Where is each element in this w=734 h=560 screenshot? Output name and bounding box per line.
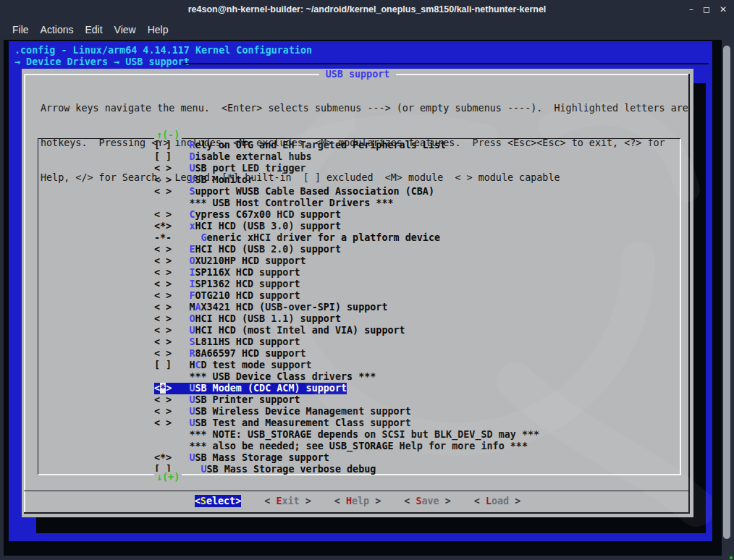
menu-item[interactable]: < > MAX3421 HCD (USB-over-SPI) support xyxy=(154,302,680,313)
dialog-shadow-bottom xyxy=(36,517,706,533)
menu-listbox: [ ] Rely on OTG and EH Targeted Peripher… xyxy=(38,138,681,475)
menubar: File Actions Edit View Help xyxy=(0,20,734,40)
menu-item[interactable]: < > FOTG210 HCD support xyxy=(154,290,680,302)
menu-item[interactable]: < > OHCI HCD (USB 1.1) support xyxy=(154,313,680,325)
menu-help[interactable]: Help xyxy=(145,22,172,37)
close-icon[interactable]: ✕ xyxy=(720,4,727,14)
breadcrumb: → Device Drivers → USB support xyxy=(14,56,190,68)
maximize-icon[interactable]: ◻ xyxy=(703,4,710,14)
menu-item[interactable]: -*- Generic xHCI driver for a platform d… xyxy=(154,232,680,244)
dialog-border-bottom xyxy=(24,512,690,514)
menu-item[interactable]: < > USB port LED trigger xyxy=(154,163,680,174)
kernel-config-header: .config - Linux/arm64 4.14.117 Kernel Co… xyxy=(14,45,312,56)
help-button[interactable]: < Help > xyxy=(334,495,381,507)
menu-item[interactable]: [ ] HCD test mode support xyxy=(154,360,680,371)
menu-item[interactable]: [ ] USB Mass Storage verbose debug xyxy=(154,464,680,475)
titlebar: re4son@nh-kernel-builder: ~/android/kern… xyxy=(0,0,734,20)
menu-item[interactable]: < > OXU210HP HCD support xyxy=(154,255,680,267)
menu-item: *** USB Host Controller Drivers *** xyxy=(154,198,680,209)
load-button[interactable]: < Load > xyxy=(474,495,521,507)
usb-support-dialog: USB support Arrow keys navigate the menu… xyxy=(22,69,693,517)
menu-item[interactable]: < > ISP116X HCD support xyxy=(154,267,680,279)
menu-item[interactable]: <*> USB Mass Storage support xyxy=(154,452,680,464)
window-controls: – ◻ ✕ xyxy=(689,4,727,14)
menu-item[interactable]: < > USB Monitor xyxy=(154,174,680,186)
menu-item: *** also be needed; see USB_STORAGE Help… xyxy=(154,441,680,452)
scrollbar-thumb[interactable] xyxy=(723,46,730,539)
menu-item[interactable]: < > SL811HS HCD support xyxy=(154,336,680,348)
save-button[interactable]: < Save > xyxy=(404,495,451,507)
menu-item: *** NOTE: USB_STORAGE depends on SCSI bu… xyxy=(154,429,680,441)
menu-file[interactable]: File xyxy=(9,22,32,37)
scroll-down-indicator: ↓(+) xyxy=(154,472,182,483)
dialog-border-left xyxy=(24,74,25,514)
exit-button[interactable]: < Exit > xyxy=(264,495,311,507)
select-button[interactable]: <Select> xyxy=(195,495,242,507)
dialog-shadow-right xyxy=(693,83,706,533)
menu-item[interactable]: < > ISP1362 HCD support xyxy=(154,279,680,290)
menu-edit[interactable]: Edit xyxy=(82,22,105,37)
scroll-up-indicator: ↑(-) xyxy=(154,130,182,140)
dialog-border-right xyxy=(688,74,690,514)
breadcrumb-rule xyxy=(183,63,709,64)
window-title: re4son@nh-kernel-builder: ~/android/kern… xyxy=(0,4,734,14)
menu-item-selected[interactable]: <*> USB Modem (CDC ACM) support xyxy=(154,383,680,394)
menu-item: *** USB Device Class drivers *** xyxy=(154,371,680,383)
menu-item[interactable]: < > USB Printer support xyxy=(154,394,680,406)
menu-item[interactable]: <*> xHCI HCD (USB 3.0) support xyxy=(154,221,680,232)
menu-view[interactable]: View xyxy=(111,22,139,37)
menu-item[interactable]: < > USB Test and Measurement Class suppo… xyxy=(154,417,680,429)
menu-item[interactable]: < > USB Wireless Device Management suppo… xyxy=(154,406,680,417)
menu-list: [ ] Rely on OTG and EH Targeted Peripher… xyxy=(38,140,680,475)
menu-item[interactable]: < > EHCI HCD (USB 2.0) support xyxy=(154,244,680,255)
menu-item[interactable]: < > UHCI HCD (most Intel and VIA) suppor… xyxy=(154,325,680,336)
menu-item[interactable]: < > Support WUSB Cable Based Association… xyxy=(154,186,680,198)
dialog-buttons: <Select>< Exit >< Help >< Save >< Load > xyxy=(22,495,693,507)
menu-actions[interactable]: Actions xyxy=(38,22,77,37)
menu-item[interactable]: [ ] Disable external hubs xyxy=(154,151,680,163)
menu-item[interactable]: [ ] Rely on OTG and EH Targeted Peripher… xyxy=(154,140,680,151)
menu-item[interactable]: < > Cypress C67x00 HCD support xyxy=(154,209,680,221)
resize-grip xyxy=(730,556,733,559)
terminal-window: re4son@nh-kernel-builder: ~/android/kern… xyxy=(0,0,734,560)
button-separator xyxy=(24,491,690,491)
dialog-title: USB support xyxy=(22,68,693,80)
terminal-viewport: .config - Linux/arm64 4.14.117 Kernel Co… xyxy=(4,40,722,556)
menu-item[interactable]: < > R8A66597 HCD support xyxy=(154,348,680,360)
minimize-icon[interactable]: – xyxy=(689,4,693,14)
ncurses-screen: .config - Linux/arm64 4.14.117 Kernel Co… xyxy=(9,41,712,541)
